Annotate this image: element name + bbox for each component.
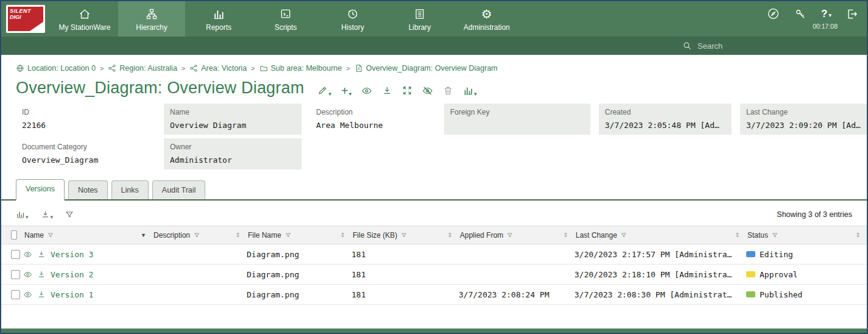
nav-item-administration[interactable]: ⚙ Administration [453,1,520,37]
filter-icon[interactable] [48,232,54,238]
filter-icon[interactable] [621,232,627,238]
question-mark-icon: ? [821,8,827,20]
logo-text-1: SILENT [10,8,41,14]
eye-icon[interactable] [23,270,32,279]
chart-button[interactable]: ▾ [463,85,477,96]
cell-applied-from: 3/7/2023 2:08:24 PM [459,285,574,305]
column-header-status[interactable]: Status [747,231,768,240]
field-value: 3/7/2023 2:09:20 PM [Ad… [746,121,861,130]
row-checkbox[interactable] [11,250,20,259]
tab-versions[interactable]: Versions [16,179,65,201]
field-label: Owner [170,143,295,151]
nav-item-label: Scripts [275,23,297,32]
filter-icon[interactable] [772,232,778,238]
detail-tabs: Versions Notes Links Audit Trail [1,169,867,201]
column-header-file-size[interactable]: File Size (KB) [353,231,397,240]
versions-toolbar: ▾ ▾ Showing 3 of 3 entries [1,201,867,226]
app-logo[interactable]: SILENT DIGI [6,5,45,33]
nav-item-history[interactable]: History [319,1,386,37]
download-button[interactable] [382,85,392,96]
nav-item-label: Administration [464,23,510,32]
table-chart-button[interactable]: ▾ [16,210,29,219]
eye-icon[interactable] [23,250,32,259]
pencil-icon [317,85,328,96]
expand-arrows-icon [402,85,412,96]
expand-button[interactable] [402,85,412,96]
field-id: ID 22166 [16,104,155,135]
breadcrumb-document[interactable]: Overview_Diagram: Overview Diagram [355,64,498,73]
cell-file-name: Diagram.png [247,285,351,305]
sort-icon[interactable]: ⇕ [448,232,453,238]
plus-icon: + [341,86,348,96]
filter-icon[interactable] [401,232,407,238]
search-input[interactable] [697,41,783,51]
column-header-name[interactable]: Name [24,231,44,240]
field-description: Description Area Melbourne [310,104,436,135]
row-checkbox[interactable] [11,290,20,299]
nav-item-my-stationware[interactable]: My StationWare [51,1,118,37]
edit-button[interactable]: ▾ [317,85,331,96]
document-icon [355,64,363,73]
chevron-down-icon: ▾ [51,215,54,220]
sort-icon[interactable]: ⇕ [236,232,241,238]
row-checkbox[interactable] [11,270,20,279]
view-button[interactable] [361,85,372,96]
sort-icon[interactable]: ⇕ [563,232,568,238]
chevron-down-icon: ▾ [474,91,477,97]
breadcrumb-subarea[interactable]: Sub area: Melbourne [259,64,342,73]
table-export-button[interactable]: ▾ [41,210,54,219]
delete-button[interactable] [443,85,453,96]
table-row[interactable]: Version 2 Diagram.png 181 3/20/2023 2:18… [1,265,867,285]
download-tray-icon [41,210,50,219]
table-header-row: Name ▼ Description ⇕ File Name ⇕ File Si… [1,226,867,244]
table-row[interactable]: Version 3 Diagram.png 181 3/20/2023 2:17… [1,244,867,265]
breadcrumb-location[interactable]: Location: Location 0 [16,64,96,73]
column-header-applied-from[interactable]: Applied From [460,231,503,240]
sort-icon[interactable]: ⇕ [340,232,345,238]
download-icon[interactable] [37,290,46,299]
tab-notes[interactable]: Notes [68,180,108,199]
entries-summary: Showing 3 of 3 entries [777,210,852,219]
select-all-checkbox[interactable] [11,230,17,240]
download-icon[interactable] [37,270,46,279]
tab-audit-trail[interactable]: Audit Trail [152,180,206,199]
download-icon[interactable] [37,250,46,258]
column-header-description[interactable]: Description [153,231,190,240]
search-icon[interactable] [682,41,692,51]
cell-file-size: 181 [351,265,459,285]
logout-icon[interactable] [846,8,858,20]
cell-file-name: Diagram.png [247,265,351,285]
field-foreign-key: Foreign Key [444,104,590,135]
table-filter-button[interactable] [65,210,74,219]
filter-icon[interactable] [507,232,513,238]
download-icon [382,85,392,96]
compass-icon[interactable] [767,7,780,20]
nav-item-library[interactable]: Library [386,1,453,37]
column-header-last-change[interactable]: Last Change [576,231,617,240]
sort-icon[interactable]: ⇕ [735,232,740,238]
key-icon[interactable] [794,8,806,20]
breadcrumb-region[interactable]: Region: Australia [108,64,177,73]
sort-desc-icon[interactable]: ▼ [141,232,146,238]
help-button[interactable]: ? ▾ [821,8,831,20]
eye-icon[interactable] [23,290,32,299]
add-button[interactable]: + ▾ [341,86,351,96]
cell-description [152,285,247,305]
column-header-file-name[interactable]: File Name [248,231,281,240]
table-row[interactable]: Version 1 Diagram.png 181 3/7/2023 2:08:… [1,285,867,305]
preview-off-button[interactable] [422,85,433,96]
version-link[interactable]: Version 3 [51,250,93,259]
version-link[interactable]: Version 1 [51,290,93,299]
filter-icon[interactable] [194,232,200,238]
nav-item-scripts[interactable]: Scripts [252,1,319,37]
sort-icon[interactable]: ⇕ [856,232,861,238]
tab-links[interactable]: Links [111,180,149,199]
top-navigation: SILENT DIGI My StationWare Hierarchy Rep… [1,1,867,37]
folder-icon [259,64,268,73]
version-link[interactable]: Version 2 [51,270,93,279]
nav-item-reports[interactable]: Reports [185,1,252,37]
nav-item-hierarchy[interactable]: Hierarchy [118,1,185,37]
breadcrumb-area[interactable]: Area: Victoria [189,64,247,73]
title-row: Overview_Diagram: Overview Diagram ▾ + ▾… [1,75,867,99]
filter-icon[interactable] [285,232,291,238]
